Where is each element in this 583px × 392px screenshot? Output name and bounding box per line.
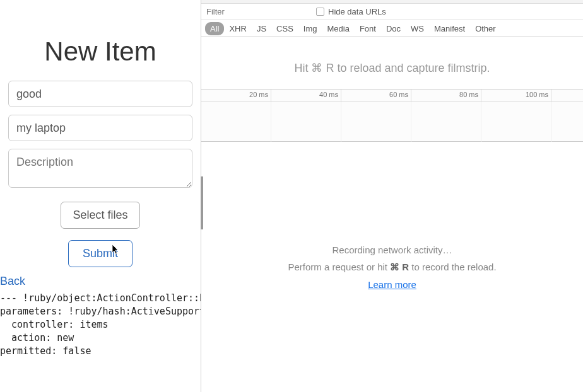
description-textarea[interactable] — [8, 149, 192, 188]
type-filter-other[interactable]: Other — [470, 22, 501, 35]
timeline-column — [201, 102, 551, 142]
empty-line-1: Recording network activity… — [332, 245, 452, 255]
devtools-network-panel: Hide data URLs AllXHRJSCSSImgMediaFontDo… — [201, 0, 583, 392]
app-page: New Item Select files Submit Back --- !r… — [0, 0, 201, 392]
timeline-body — [201, 102, 583, 142]
type-filter-xhr[interactable]: XHR — [224, 22, 251, 35]
empty-state: Recording network activity… Perform a re… — [201, 142, 583, 392]
page-title: New Item — [0, 37, 201, 67]
learn-more-link[interactable]: Learn more — [368, 279, 416, 290]
hide-data-urls-label: Hide data URLs — [328, 7, 386, 16]
field-1-input[interactable] — [8, 81, 192, 107]
type-filter-ws[interactable]: WS — [406, 22, 429, 35]
hint-text: Hit — [294, 62, 311, 74]
type-filter-font[interactable]: Font — [355, 22, 381, 35]
empty-text: to record the reload. — [409, 262, 496, 272]
empty-text: Perform a request or hit — [288, 262, 390, 272]
filmstrip-hint: Hit ⌘ R to reload and capture filmstrip. — [201, 37, 583, 89]
type-filter-img[interactable]: Img — [298, 22, 322, 35]
type-filter-js[interactable]: JS — [252, 22, 271, 35]
type-filter-doc[interactable]: Doc — [381, 22, 406, 35]
hide-data-urls-toggle[interactable]: Hide data URLs — [316, 7, 386, 16]
type-filter-all[interactable]: All — [205, 22, 224, 35]
back-link[interactable]: Back — [0, 275, 201, 288]
checkbox-icon[interactable] — [316, 8, 324, 16]
type-filter-manifest[interactable]: Manifest — [429, 22, 470, 35]
timeline-tick: 100 ms — [201, 89, 551, 101]
debug-params-dump: --- !ruby/object:ActionController::Par p… — [0, 292, 201, 358]
select-files-button[interactable]: Select files — [61, 202, 139, 229]
cmd-shortcut: ⌘ R — [390, 262, 409, 272]
field-2-input[interactable] — [8, 115, 192, 141]
timeline[interactable]: 20 ms40 ms60 ms80 ms100 ms — [201, 89, 583, 142]
filter-input[interactable] — [206, 7, 282, 16]
type-filter-media[interactable]: Media — [322, 22, 354, 35]
cmd-shortcut: ⌘ R — [311, 62, 334, 74]
form: Select files Submit — [0, 81, 201, 267]
empty-line-2: Perform a request or hit ⌘ R to record t… — [288, 262, 496, 273]
submit-button[interactable]: Submit — [68, 240, 132, 267]
type-filter-css[interactable]: CSS — [271, 22, 298, 35]
resize-handle[interactable] — [201, 176, 203, 229]
hint-text: to reload and capture filmstrip. — [334, 62, 490, 74]
filter-row: Hide data URLs — [201, 4, 583, 20]
type-filter-row: AllXHRJSCSSImgMediaFontDocWSManifestOthe… — [201, 20, 583, 37]
timeline-ruler: 20 ms40 ms60 ms80 ms100 ms — [201, 89, 583, 102]
